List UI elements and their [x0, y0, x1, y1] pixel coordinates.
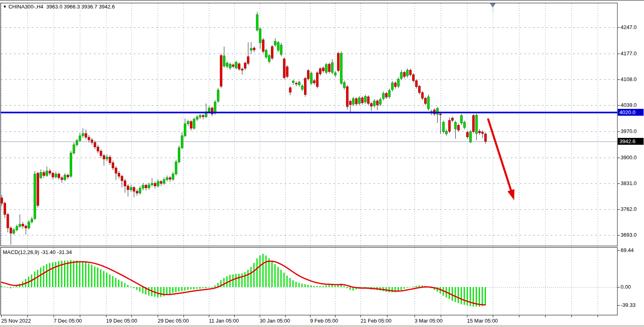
macd-histogram-bar: [416, 286, 417, 287]
macd-histogram-bar: [277, 267, 279, 287]
macd-histogram-bar: [91, 265, 92, 287]
candle-bear: [448, 121, 450, 131]
candle-bear: [238, 64, 240, 69]
macd-histogram-bar: [344, 286, 345, 287]
candle-bull: [223, 56, 225, 66]
candle-bear: [253, 48, 255, 50]
macd-histogram-bar: [290, 278, 291, 287]
candle-bull: [175, 162, 177, 174]
candle-bear: [67, 175, 69, 177]
candle-bear: [403, 73, 405, 77]
candle-bear: [7, 215, 9, 228]
macd-histogram-bar: [350, 287, 351, 290]
macd-histogram-bar: [55, 262, 56, 287]
macd-histogram-bar: [142, 287, 144, 294]
macd-histogram-bar: [115, 278, 117, 287]
candle-bull: [463, 122, 465, 127]
macd-histogram-bar: [1, 286, 2, 287]
macd-axis-label: -39.33: [621, 302, 636, 308]
candle-bear: [419, 86, 421, 93]
candle-bull: [343, 83, 345, 88]
macd-histogram-bar: [46, 264, 47, 287]
macd-histogram-bar: [100, 269, 101, 287]
candle-bull: [199, 115, 201, 117]
candle-bear: [97, 147, 99, 151]
macd-histogram-bar: [389, 287, 390, 292]
macd-histogram-bar: [280, 270, 281, 287]
candle-bear: [118, 173, 120, 176]
macd-histogram-bar: [169, 287, 171, 294]
candle-bull: [259, 29, 261, 43]
macd-histogram-bar: [97, 268, 98, 287]
macd-histogram-bar: [247, 270, 248, 287]
candle-bull: [334, 73, 336, 75]
macd-histogram-bar: [118, 279, 119, 287]
macd-histogram-bar: [311, 285, 312, 287]
macd-histogram-bar: [482, 287, 483, 306]
macd-histogram-bar: [250, 267, 252, 287]
candle-bull: [76, 141, 78, 145]
macd-histogram-bar: [269, 258, 270, 287]
macd-histogram-bar: [121, 281, 123, 287]
macd-histogram-bar: [404, 287, 405, 289]
candle-bear: [91, 140, 93, 143]
time-axis-label: 7 Dec 05:00: [54, 318, 82, 324]
macd-panel[interactable]: [1, 248, 618, 315]
chart-canvas[interactable]: [0, 0, 644, 327]
candle-bull: [400, 73, 402, 79]
candle-bear: [43, 173, 45, 175]
candle-bear: [346, 87, 348, 106]
time-axis-label: 29 Dec 05:00: [158, 318, 189, 324]
candle-bull: [235, 62, 237, 68]
candle-bull: [193, 119, 195, 128]
candle-bear: [244, 63, 246, 68]
candle-bull: [406, 70, 408, 76]
candle-bull: [397, 79, 399, 86]
macd-histogram-bar: [196, 287, 198, 289]
macd-histogram-bar: [470, 287, 471, 306]
candle-bull: [163, 179, 165, 183]
symbol-dropdown-icon[interactable]: ▼: [3, 4, 7, 9]
horizontal-line-4020[interactable]: [1, 112, 617, 113]
candle-bear: [307, 71, 309, 79]
candle-bull: [280, 45, 282, 54]
candle-bull: [392, 83, 394, 90]
candle-bull: [31, 219, 33, 222]
candle-bull: [442, 122, 444, 131]
macd-histogram-bar: [329, 285, 330, 287]
window-frame-bottom: [0, 325, 644, 327]
candle-bear: [88, 137, 90, 140]
candle-bear: [440, 114, 442, 115]
candle-bear: [115, 168, 117, 173]
candle-bull: [331, 62, 333, 72]
candle-bear: [304, 78, 306, 94]
candle-bull: [151, 183, 153, 185]
candle-bear: [100, 151, 102, 156]
macd-histogram-bar: [259, 256, 261, 287]
candle-bear: [133, 187, 135, 191]
macd-histogram-bar: [13, 287, 14, 287]
macd-histogram-bar: [202, 287, 204, 288]
macd-histogram-bar: [49, 263, 50, 287]
macd-histogram-bar: [85, 262, 86, 287]
macd-histogram-bar: [190, 287, 192, 290]
candle-bear: [319, 69, 321, 74]
candle-bull: [292, 81, 294, 83]
macd-histogram-bar: [94, 267, 95, 287]
macd-histogram-bar: [437, 287, 438, 292]
candle-bear: [22, 224, 24, 226]
macd-histogram-bar: [43, 266, 44, 287]
candle-bull: [46, 171, 48, 175]
candle-bear: [424, 98, 426, 104]
macd-histogram-bar: [199, 287, 200, 289]
macd-histogram-bar: [109, 275, 110, 287]
macd-histogram-bar: [7, 287, 8, 287]
price-axis-label: 4108.0: [621, 76, 637, 83]
candle-bear: [289, 88, 291, 92]
candle-bear: [467, 132, 469, 137]
macd-histogram-bar: [304, 284, 306, 287]
candle-bear: [421, 93, 423, 98]
macd-histogram-bar: [263, 254, 264, 287]
candle-bear: [484, 134, 486, 142]
time-axis-label: 30 Jan 05:00: [260, 318, 290, 324]
